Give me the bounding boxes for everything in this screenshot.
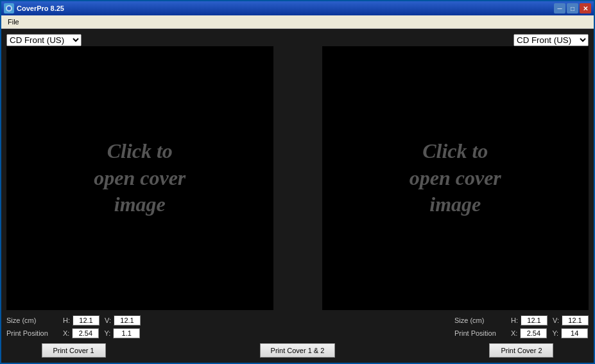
left-pos-y-input[interactable]: [113, 328, 140, 338]
left-size-label: Size (cm): [6, 316, 58, 324]
left-size-v-input[interactable]: [114, 315, 141, 325]
left-x-label: X:: [63, 329, 69, 337]
close-button[interactable]: ✕: [580, 3, 591, 13]
left-size-row: Size (cm) H: V:: [6, 315, 141, 325]
right-size-label: Size (cm): [454, 316, 506, 324]
left-pos-row: Print Position X: Y:: [6, 328, 141, 338]
left-h-label: H:: [63, 316, 70, 324]
right-x-label: X:: [511, 329, 517, 337]
main-content: CD Front (US) CD Back (US) DVD Front (US…: [1, 29, 594, 363]
right-pos-y-input[interactable]: [561, 328, 588, 338]
print-cover-both-button[interactable]: Print Cover 1 & 2: [260, 343, 336, 358]
window-controls: ─ □ ✕: [554, 3, 591, 13]
app-icon: [4, 3, 14, 13]
right-size-v-input[interactable]: [562, 315, 589, 325]
right-size-row: Size (cm) H: V:: [454, 315, 589, 325]
bottom-controls: Size (cm) H: V: Print Position X: Y: Pri…: [6, 315, 589, 358]
left-panel-dropdown[interactable]: CD Front (US) CD Back (US) DVD Front (US…: [6, 34, 82, 46]
right-size-h-input[interactable]: [521, 315, 548, 325]
menubar: File: [1, 15, 594, 29]
left-dropdown-container: CD Front (US) CD Back (US) DVD Front (US…: [6, 34, 82, 46]
right-click-text: Click to open cover image: [410, 138, 501, 218]
center-controls: Print Cover 1 & 2: [260, 343, 336, 358]
center-spacer: [279, 46, 317, 310]
right-controls: Size (cm) H: V: Print Position X: Y: Pri…: [454, 315, 589, 358]
right-panel-dropdown[interactable]: CD Front (US) CD Back (US) DVD Front (US…: [513, 34, 589, 46]
right-h-label: H:: [511, 316, 518, 324]
right-pos-label: Print Position: [454, 329, 506, 337]
left-controls: Size (cm) H: V: Print Position X: Y: Pri…: [6, 315, 141, 358]
right-pos-x-input[interactable]: [520, 328, 547, 338]
dropdowns-row: CD Front (US) CD Back (US) DVD Front (US…: [6, 34, 589, 46]
app-window: CoverPro 8.25 ─ □ ✕ File CD Front (US) C…: [0, 0, 595, 364]
image-panels: Click to open cover image Click to open …: [6, 46, 589, 310]
minimize-button[interactable]: ─: [554, 3, 565, 13]
right-pos-row: Print Position X: Y:: [454, 328, 589, 338]
left-y-label: Y:: [104, 329, 110, 337]
left-v-label: V:: [105, 316, 111, 324]
left-pos-x-input[interactable]: [72, 328, 99, 338]
right-y-label: Y:: [552, 329, 558, 337]
right-v-label: V:: [553, 316, 559, 324]
svg-point-1: [7, 6, 11, 10]
titlebar: CoverPro 8.25 ─ □ ✕: [1, 1, 594, 15]
left-size-h-input[interactable]: [73, 315, 99, 325]
menu-file[interactable]: File: [4, 17, 23, 27]
print-cover-2-button[interactable]: Print Cover 2: [489, 343, 553, 358]
print-cover-1-button[interactable]: Print Cover 1: [42, 343, 106, 358]
left-click-text: Click to open cover image: [94, 138, 185, 218]
window-title: CoverPro 8.25: [17, 4, 551, 12]
maximize-button[interactable]: □: [567, 3, 578, 13]
right-image-panel[interactable]: Click to open cover image: [322, 46, 589, 310]
left-image-panel[interactable]: Click to open cover image: [6, 46, 273, 310]
right-dropdown-container: CD Front (US) CD Back (US) DVD Front (US…: [513, 34, 589, 46]
left-pos-label: Print Position: [6, 329, 58, 337]
